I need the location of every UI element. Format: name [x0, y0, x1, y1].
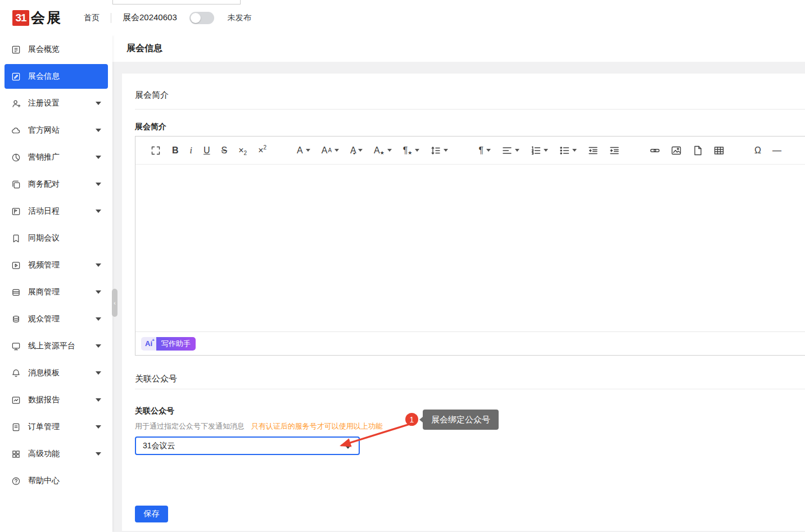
sidebar-item-8[interactable]: 同期会议	[4, 226, 108, 251]
account-section-heading: 关联公众号	[135, 374, 805, 384]
sidebar-item-10[interactable]: 展商管理	[4, 280, 108, 304]
report-icon	[11, 395, 21, 405]
dropdown-caret-icon	[444, 149, 448, 152]
inline-style-icon[interactable]: A★	[370, 143, 396, 158]
sidebar-item-label: 帮助中心	[28, 476, 60, 486]
topbar-divider	[111, 13, 111, 23]
home-link[interactable]: 首页	[84, 13, 100, 23]
subscript-icon[interactable]: ×2	[234, 143, 251, 158]
official-account-select[interactable]: 31会议云	[135, 436, 360, 455]
chevron-down-icon	[96, 183, 101, 186]
insert-link-icon[interactable]	[646, 143, 664, 158]
sidebar: 展会概览展会信息注册设置官方网站营销推广商务配对活动日程同期会议视频管理展商管理…	[0, 35, 112, 532]
sidebar-item-3[interactable]: 注册设置	[4, 91, 108, 116]
bg-color-icon[interactable]: A●	[346, 143, 367, 158]
sidebar-item-12[interactable]: 线上资源平台	[4, 334, 108, 358]
outdent-icon	[588, 145, 598, 156]
save-button[interactable]: 保存	[135, 506, 168, 522]
chevron-down-icon	[96, 371, 101, 375]
sidebar-item-label: 消息模板	[28, 368, 60, 378]
editor-footer: Ai 写作助手	[135, 331, 805, 355]
bookmark-icon	[11, 234, 21, 243]
insert-table-icon[interactable]	[710, 143, 728, 158]
sidebar-item-label: 线上资源平台	[28, 341, 75, 351]
sidebar-item-15[interactable]: 订单管理	[4, 415, 108, 439]
ai-logo-icon: Ai	[141, 337, 156, 351]
ordered-list-icon	[531, 145, 541, 156]
dropdown-caret-icon	[515, 149, 519, 152]
sidebar-item-17[interactable]: 帮助中心	[4, 469, 108, 493]
horizontal-line-icon[interactable]: —	[768, 143, 785, 158]
dropdown-caret-icon	[572, 149, 577, 152]
sidebar-item-7[interactable]: 活动日程	[4, 199, 108, 224]
superscript-icon[interactable]: ×2	[254, 143, 270, 158]
paragraph-style-icon[interactable]: ¶★	[399, 143, 424, 158]
sidebar-item-label: 高级功能	[28, 449, 60, 459]
bold-icon[interactable]: B	[168, 143, 183, 158]
align-icon[interactable]	[498, 143, 523, 158]
glyph: ×	[258, 145, 263, 156]
sidebar-item-2[interactable]: 展会信息	[4, 64, 108, 89]
glyph-adornment: ★	[408, 150, 412, 156]
fullscreen-icon[interactable]	[147, 143, 165, 158]
font-color-icon[interactable]: A	[293, 143, 314, 158]
ordered-list-icon[interactable]	[527, 143, 552, 158]
fullscreen-icon	[151, 145, 161, 156]
chevron-down-icon	[96, 210, 101, 213]
insert-image-icon[interactable]	[667, 143, 685, 158]
unordered-list-icon[interactable]	[555, 143, 581, 158]
glyph: S	[221, 145, 228, 156]
sidebar-item-5[interactable]: 营销推广	[4, 145, 108, 170]
indent-icon[interactable]	[605, 143, 623, 158]
glyph: —	[772, 145, 781, 156]
chevron-down-icon	[96, 156, 101, 159]
align-icon	[502, 145, 512, 156]
sidebar-item-label: 营销推广	[28, 152, 60, 162]
edit-square-icon	[11, 72, 21, 81]
editor-content[interactable]	[135, 165, 805, 331]
chevron-down-icon	[96, 398, 101, 402]
rich-text-editor: BiUS×2×2AAAA●A★¶★¶Ω— Ai 写作助手	[135, 136, 805, 356]
sidebar-item-11[interactable]: 观众管理	[4, 307, 108, 331]
line-height-icon[interactable]	[427, 143, 452, 158]
help-icon	[11, 476, 21, 486]
italic-icon[interactable]: i	[186, 143, 196, 158]
browser-artifact	[112, 0, 241, 4]
special-characters-icon[interactable]: Ω	[750, 143, 765, 158]
outdent-icon[interactable]	[584, 143, 602, 158]
font-size-icon[interactable]: AA	[318, 143, 343, 158]
sidebar-item-9[interactable]: 视频管理	[4, 253, 108, 278]
sidebar-item-label: 展商管理	[28, 287, 60, 297]
chevron-down-icon	[96, 290, 101, 294]
publish-toggle[interactable]	[189, 12, 214, 24]
sidebar-item-label: 展会信息	[28, 71, 60, 81]
app-logo[interactable]: 31 会展	[12, 8, 62, 27]
glyph-adornment: ●	[353, 151, 355, 156]
sidebar-item-14[interactable]: 数据报告	[4, 388, 108, 412]
sidebar-item-label: 商务配对	[28, 179, 60, 189]
annotation-tooltip: 展会绑定公众号	[423, 410, 499, 430]
glyph: A	[322, 145, 328, 156]
insert-file-icon[interactable]	[689, 143, 707, 158]
topbar: 31 会展 首页 展会20240603 未发布	[0, 0, 805, 35]
glyph: ¶	[478, 145, 483, 156]
toolbar-group: Ω—	[750, 143, 785, 158]
sidebar-item-label: 订单管理	[28, 422, 60, 432]
user-plus-icon	[11, 99, 21, 108]
sidebar-item-16[interactable]: 高级功能	[4, 442, 108, 466]
sidebar-item-4[interactable]: 官方网站	[4, 118, 108, 143]
sidebar-item-6[interactable]: 商务配对	[4, 172, 108, 197]
select-value: 31会议云	[143, 441, 175, 451]
insert-file-icon	[693, 145, 703, 156]
ai-writing-assistant-button[interactable]: Ai 写作助手	[141, 337, 196, 351]
strikethrough-icon[interactable]: S	[218, 143, 232, 158]
underline-icon[interactable]: U	[200, 143, 214, 158]
sidebar-item-13[interactable]: 消息模板	[4, 361, 108, 385]
helper-gray-text: 用于通过指定公众号下发通知消息	[135, 422, 245, 430]
sidebar-item-label: 注册设置	[28, 98, 60, 108]
glyph-adornment: 2	[244, 151, 247, 156]
exhibitor-icon	[11, 288, 21, 297]
sidebar-collapse-handle[interactable]: ‹	[112, 289, 117, 317]
paragraph-format-icon[interactable]: ¶	[474, 143, 495, 158]
sidebar-item-1[interactable]: 展会概览	[4, 37, 108, 62]
